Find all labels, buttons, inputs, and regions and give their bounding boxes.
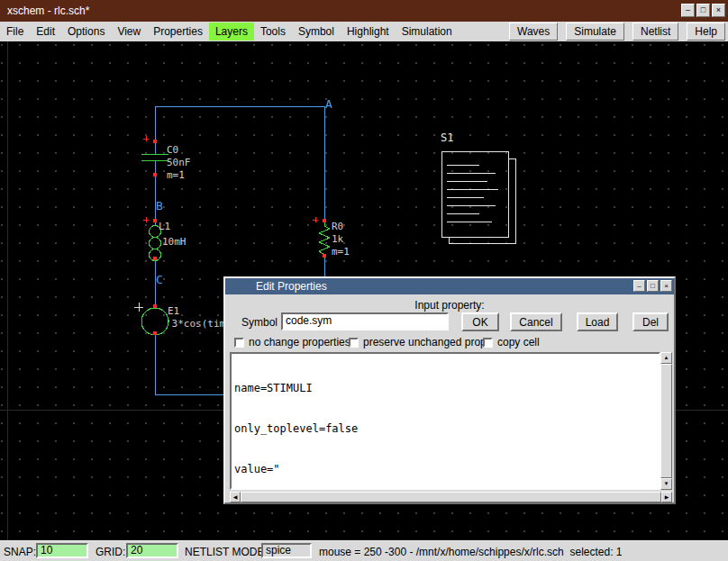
- resistor-symbol[interactable]: [319, 222, 330, 258]
- window-minimize-button[interactable]: –: [681, 4, 695, 17]
- capacitor-name-label[interactable]: C0: [167, 144, 178, 156]
- editor-line: value=": [234, 463, 656, 476]
- window-titlebar[interactable]: xschem - rlc.sch* – □ ×: [0, 0, 728, 22]
- window-close-button[interactable]: ×: [712, 4, 725, 17]
- menubar: File Edit Options View Properties Layers…: [0, 22, 728, 41]
- mouse-coordinates-info: mouse = 250 -300 - /mnt/x/home/schippes/…: [319, 546, 623, 558]
- net-label-a[interactable]: A: [325, 97, 332, 111]
- horizontal-scroll-thumb[interactable]: [241, 492, 661, 502]
- load-button[interactable]: Load: [577, 312, 618, 331]
- menu-file[interactable]: File: [0, 23, 30, 41]
- grid-input[interactable]: 20: [126, 543, 178, 558]
- scroll-up-arrow[interactable]: ▲: [660, 352, 672, 364]
- checkbox-indicator[interactable]: [234, 338, 244, 348]
- dialog-titlebar[interactable]: Edit Properties – □ ×: [225, 278, 674, 294]
- capacitor-mult-label[interactable]: m=1: [167, 169, 185, 181]
- net-label-c[interactable]: C: [156, 273, 163, 286]
- dialog-title: Edit Properties: [256, 280, 327, 293]
- symbol-input[interactable]: code.sym: [281, 312, 449, 330]
- menu-tools[interactable]: Tools: [254, 23, 292, 41]
- cancel-button[interactable]: Cancel: [510, 312, 562, 331]
- dialog-minimize-button[interactable]: –: [633, 280, 645, 292]
- code-block-name-label[interactable]: S1: [441, 131, 453, 144]
- menu-symbol[interactable]: Symbol: [292, 23, 341, 41]
- vsource-symbol[interactable]: [134, 303, 168, 335]
- dialog-controls: – □ ×: [633, 280, 672, 292]
- resistor-mult-label[interactable]: m=1: [332, 246, 350, 258]
- grid-label: GRID:: [96, 546, 125, 558]
- menu-options[interactable]: Options: [61, 23, 111, 41]
- input-property-label: Input property:: [225, 299, 674, 312]
- vertical-scroll-thumb[interactable]: [660, 364, 672, 478]
- netlist-mode-input[interactable]: spice: [261, 543, 312, 558]
- capacitor-symbol[interactable]: [141, 154, 168, 160]
- snap-label: SNAP:: [4, 546, 36, 558]
- menu-layers[interactable]: Layers: [209, 23, 254, 41]
- menu-properties[interactable]: Properties: [147, 23, 209, 41]
- netlist-mode-label: NETLIST MODE:: [185, 546, 268, 558]
- checkbox-label: preserve unchanged props: [363, 336, 492, 348]
- source-name-label[interactable]: E1: [168, 305, 179, 317]
- resistor-name-label[interactable]: R0: [332, 221, 343, 232]
- checkbox-label: no change properties: [249, 336, 350, 348]
- scroll-left-arrow[interactable]: ◀: [230, 492, 241, 502]
- no-change-properties-checkbox[interactable]: no change properties: [234, 336, 350, 348]
- edit-properties-dialog: Edit Properties – □ × Input property: Sy…: [223, 276, 676, 504]
- preserve-unchanged-props-checkbox[interactable]: preserve unchanged props: [349, 336, 492, 348]
- net-label-b[interactable]: B: [156, 199, 163, 213]
- scroll-right-arrow[interactable]: ▶: [661, 492, 672, 502]
- scroll-down-arrow[interactable]: ▼: [660, 478, 672, 490]
- copy-cell-checkbox[interactable]: copy cell: [483, 336, 540, 348]
- property-text-editor[interactable]: name=STIMULI only_toplevel=false value="…: [230, 352, 660, 490]
- checkbox-label: copy cell: [497, 336, 540, 348]
- window-controls: – □ ×: [681, 4, 725, 17]
- simulate-button[interactable]: Simulate: [566, 23, 624, 41]
- window-maximize-button[interactable]: □: [696, 4, 710, 17]
- inductor-name-label[interactable]: L1: [159, 221, 170, 232]
- checkbox-indicator[interactable]: [483, 338, 493, 348]
- ok-button[interactable]: OK: [461, 312, 499, 331]
- dialog-maximize-button[interactable]: □: [647, 280, 659, 292]
- inductor-value-label[interactable]: 10mH: [162, 236, 187, 248]
- editor-line: name=STIMULI: [234, 382, 656, 395]
- menu-highlight[interactable]: Highlight: [341, 23, 396, 41]
- menubar-buttons: Waves Simulate Netlist Help: [509, 23, 728, 41]
- waves-button[interactable]: Waves: [509, 23, 558, 41]
- menu-edit[interactable]: Edit: [30, 23, 61, 41]
- menu-simulation[interactable]: Simulation: [396, 23, 459, 41]
- horizontal-scrollbar[interactable]: ◀ ▶: [230, 492, 672, 502]
- menu-view[interactable]: View: [111, 23, 147, 41]
- dialog-close-button[interactable]: ×: [660, 280, 672, 292]
- netlist-button[interactable]: Netlist: [632, 23, 678, 41]
- code-symbol[interactable]: [441, 151, 515, 243]
- vertical-scrollbar[interactable]: ▲ ▼: [660, 352, 672, 490]
- help-button[interactable]: Help: [687, 23, 725, 41]
- capacitor-value-label[interactable]: 50nF: [167, 157, 191, 168]
- plus-polarity-mark: [134, 303, 143, 312]
- editor-line: only_toplevel=false: [234, 422, 656, 436]
- del-button[interactable]: Del: [632, 312, 669, 331]
- symbol-label: Symbol: [241, 316, 278, 329]
- resistor-value-label[interactable]: 1k: [332, 233, 343, 245]
- checkbox-indicator[interactable]: [349, 338, 359, 348]
- statusbar: SNAP: 10 GRID: 20 NETLIST MODE: spice mo…: [0, 540, 728, 561]
- snap-input[interactable]: 10: [36, 543, 88, 558]
- window-title: xschem - rlc.sch*: [7, 5, 89, 17]
- xschem-window: xschem - rlc.sch* – □ × File Edit Option…: [0, 0, 728, 561]
